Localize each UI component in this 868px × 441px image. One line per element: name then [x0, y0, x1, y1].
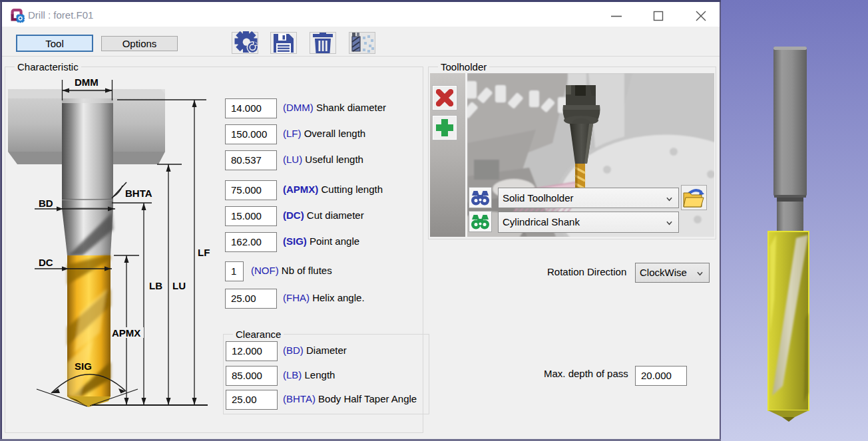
svg-text:DC: DC: [39, 257, 53, 268]
svg-text:LF: LF: [198, 247, 210, 258]
svg-text:SIG: SIG: [75, 361, 92, 372]
svg-text:LB: LB: [149, 280, 162, 291]
svg-text:APMX: APMX: [112, 327, 140, 339]
svg-text:LU: LU: [172, 280, 186, 291]
svg-text:BHTA: BHTA: [125, 188, 152, 199]
svg-text:BD: BD: [39, 198, 53, 209]
svg-text:DMM: DMM: [75, 76, 99, 88]
